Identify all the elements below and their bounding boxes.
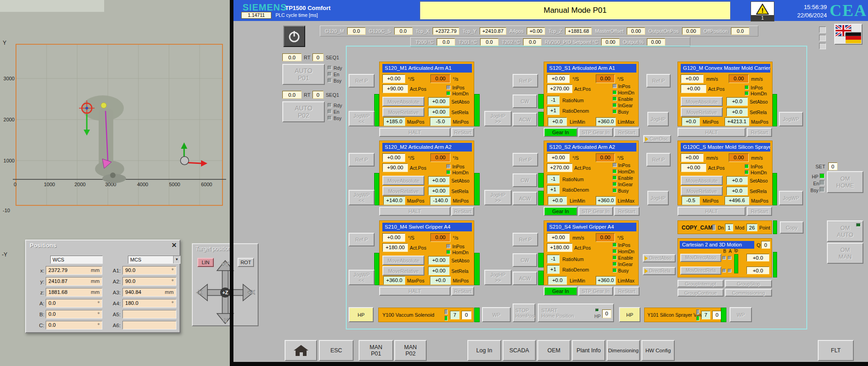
ratio-denom-field[interactable]: +1 — [547, 185, 560, 194]
option-box-2[interactable] — [819, 35, 826, 41]
option-box-3[interactable] — [819, 43, 826, 49]
halt-button[interactable]: HALT — [677, 128, 746, 137]
hp-button-right[interactable]: HP — [619, 307, 640, 322]
pos-a1-field[interactable]: 90.0° — [122, 266, 176, 275]
limit2-field[interactable]: +0.0 — [430, 276, 451, 285]
limit1-field[interactable]: +360.0 — [383, 276, 405, 285]
pos-y-field[interactable]: 2410.87mm — [46, 277, 102, 286]
group-continue-button[interactable]: GroupContinue — [677, 289, 724, 297]
pos-a3-field[interactable]: 940.84mm — [122, 288, 176, 297]
pos-a2-field[interactable]: 90.0° — [122, 277, 176, 286]
auto-p01-button[interactable]: AUTOP01 — [282, 64, 325, 85]
halt-button[interactable]: HALT — [379, 287, 450, 296]
mcs-combo[interactable]: MCS▼ — [128, 256, 180, 264]
man-p02-tab[interactable]: MANP02 — [394, 340, 427, 361]
halt-button[interactable]: HALT — [677, 207, 746, 216]
limit2-field[interactable]: +4213.1 — [725, 117, 749, 126]
auto2-seq-field[interactable]: 0 — [312, 91, 323, 99]
esc-button[interactable]: ESC — [319, 340, 354, 361]
mov-direct-abso-button[interactable]: MovDirectAbso — [680, 254, 721, 262]
scada-button[interactable]: SCADA — [503, 340, 536, 361]
gear-in-button[interactable]: Gear In — [544, 287, 577, 296]
wp-button-left[interactable]: WP — [482, 307, 511, 322]
direct-abso-button[interactable]: DirectAbso — [643, 254, 676, 262]
move-absolute-button[interactable]: MoveAbsolute — [382, 256, 424, 265]
flt-button[interactable]: FLT — [818, 340, 854, 361]
cw-button[interactable]: CW — [513, 253, 537, 267]
lim-max-field[interactable]: +360.0 — [596, 276, 616, 285]
y100-count-field[interactable]: 7 — [450, 311, 460, 319]
hw-config-button[interactable]: HW Config — [641, 340, 675, 361]
commissioning-button[interactable]: Commissioning — [725, 289, 772, 297]
stp-gear-in-button[interactable]: STP Gear In — [578, 128, 613, 137]
ratio-num-field[interactable]: -1 — [547, 175, 560, 183]
set-relative-field[interactable]: +0.00 — [428, 187, 450, 195]
copy-button[interactable]: Copy — [780, 221, 804, 234]
joghp-button[interactable]: JogHP>> — [484, 270, 512, 285]
velocity-field[interactable]: +0.00 — [681, 153, 704, 162]
lim-max-field[interactable]: +360.0 — [596, 196, 616, 205]
limit2-field[interactable]: -5.0 — [430, 117, 451, 126]
limit1-field[interactable]: +140.0 — [383, 196, 405, 205]
refp-button[interactable]: Ref.P — [349, 153, 375, 167]
lim-min-field[interactable]: +0.0 — [548, 276, 567, 285]
pos-a-field[interactable]: 0.0° — [46, 299, 102, 308]
joghp-button[interactable]: JogHP>> — [484, 190, 512, 205]
move-absolute-button[interactable]: MoveAbsolute — [681, 176, 723, 185]
move-relative-button[interactable]: MoveRelative — [382, 107, 424, 117]
power-button[interactable] — [283, 26, 305, 47]
acw-button[interactable]: ACW — [513, 192, 537, 205]
override-field[interactable]: 0.00 — [729, 153, 749, 162]
move-relative-button[interactable]: MoveRelative — [382, 266, 424, 276]
jogwp-button[interactable]: JogWP<< — [349, 270, 375, 285]
override-field[interactable]: 0.00 — [430, 74, 450, 83]
direct-rela-button[interactable]: DirectRela — [643, 267, 676, 275]
group-stop-button[interactable]: GroupStop — [725, 280, 772, 288]
halt-button[interactable]: HALT — [379, 128, 450, 137]
restart-button[interactable]: ReStart — [451, 287, 474, 296]
velocity-field[interactable]: +0.00 — [382, 74, 405, 83]
jogwp-button[interactable]: JogWP — [779, 112, 803, 126]
home-button[interactable] — [285, 340, 317, 361]
auto2-rt-field[interactable]: 0.0 — [282, 91, 302, 99]
restart-button[interactable]: ReStart — [614, 207, 640, 216]
jogwp-button[interactable]: JogWP — [779, 191, 803, 205]
lim-min-field[interactable]: +0.0 — [548, 117, 567, 126]
limit1-field[interactable]: +185.0 — [383, 117, 405, 126]
lim-min-field[interactable]: +0.0 — [548, 196, 567, 205]
chevron-down-icon[interactable]: ▼ — [173, 256, 180, 263]
refp-button[interactable]: Ref.P — [349, 74, 375, 88]
wp-button-right[interactable]: WP — [730, 307, 752, 322]
q-field[interactable]: 0 — [761, 241, 770, 249]
group-interrupt-button[interactable]: GroupInterrupt — [677, 280, 724, 288]
move-absolute-button[interactable]: MoveAbsolute — [382, 176, 424, 185]
override-field[interactable]: 0.00 — [596, 233, 615, 242]
restart-button[interactable]: ReStart — [614, 287, 640, 296]
cad-viewport[interactable]: Y 3000 2000 1000 0 1000 2000 3000 4000 5… — [0, 0, 232, 366]
pos-x-field[interactable]: 2372.79mm — [46, 266, 102, 275]
hp-button-left[interactable]: HP — [349, 307, 374, 322]
camdisc-button[interactable]: CamDisc — [643, 135, 671, 143]
move-absolute-button[interactable]: MoveAbsolute — [681, 97, 723, 106]
velocity-field[interactable]: +0.00 — [681, 74, 704, 83]
cw-button[interactable]: CW — [513, 94, 537, 108]
y100-state-field[interactable]: 0 — [461, 311, 471, 319]
halt-button[interactable]: HALT — [379, 207, 450, 216]
lim-max-field[interactable]: +360.0 — [596, 117, 616, 126]
move-absolute-button[interactable]: MoveAbsolute — [382, 97, 424, 106]
override-field[interactable]: 0.00 — [596, 153, 615, 162]
rel-value-field[interactable]: +0.0 — [746, 267, 769, 274]
copy-cam-point-field[interactable]: 26 — [746, 224, 757, 231]
move-relative-button[interactable]: MoveRelative — [681, 186, 723, 196]
y101-count-field[interactable]: 7 — [701, 311, 710, 319]
ratio-denom-field[interactable]: +1 — [547, 106, 560, 115]
refp-button[interactable]: Ref.P — [646, 153, 671, 167]
restart-button[interactable]: ReStart — [747, 128, 772, 137]
auto1-seq-field[interactable]: 0 — [312, 53, 323, 61]
alarm-indicator[interactable]: ! 1 — [751, 1, 774, 21]
restart-button[interactable]: ReStart — [451, 207, 474, 216]
cw-button[interactable]: CW — [513, 173, 537, 187]
ratio-num-field[interactable]: -1 — [547, 96, 560, 105]
g120m-value[interactable]: 0.0 — [347, 27, 365, 35]
jog-cross[interactable]: +Y -Y -X +X +Z — [193, 256, 258, 325]
